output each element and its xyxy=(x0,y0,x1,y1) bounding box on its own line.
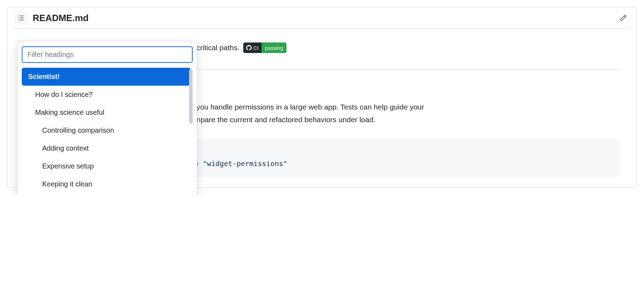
badge-left: CI xyxy=(243,42,262,53)
readme-container: README.md Scientist!How do I science?Mak… xyxy=(7,7,637,188)
toc-item[interactable]: Ignoring mismatches xyxy=(22,193,191,195)
para-line-1: you handle permissions in a large web ap… xyxy=(197,101,620,113)
toc-item[interactable]: Expensive setup xyxy=(22,157,191,175)
toc-toggle-button[interactable] xyxy=(14,11,28,25)
toc-item[interactable]: Controlling comparison xyxy=(22,121,191,139)
toc-item[interactable]: How do I science? xyxy=(22,86,191,104)
toc-item[interactable]: Scientist! xyxy=(22,68,191,86)
toc-dropdown: Scientist!How do I science?Making scienc… xyxy=(17,41,197,195)
intro-text-fragment: critical paths. xyxy=(197,42,240,54)
filter-headings-input[interactable] xyxy=(22,46,193,63)
toc-item[interactable]: Keeping it clean xyxy=(22,175,191,193)
ci-badge[interactable]: CI passing xyxy=(243,42,287,53)
header-left-group: README.md xyxy=(14,11,89,25)
badge-right: passing xyxy=(262,42,287,53)
toc-scrollbar-thumb[interactable] xyxy=(189,69,193,124)
readme-header: README.md xyxy=(7,7,637,28)
badge-right-label: passing xyxy=(265,44,283,52)
list-icon xyxy=(17,14,25,22)
toc-item[interactable]: Adding context xyxy=(22,139,191,157)
badge-left-label: CI xyxy=(253,44,259,52)
pencil-icon xyxy=(620,14,627,21)
section-paragraph: you handle permissions in a large web ap… xyxy=(197,101,620,126)
file-name: README.md xyxy=(33,13,89,24)
code-string: "widget-permissions" xyxy=(203,159,288,168)
toc-item[interactable]: Making science useful xyxy=(22,104,191,121)
toc-list: Scientist!How do I science?Making scienc… xyxy=(22,68,193,195)
intro-line: critical paths. CI passing xyxy=(197,42,620,54)
github-icon xyxy=(246,45,252,51)
edit-button[interactable] xyxy=(616,11,630,25)
para-line-2: npare the current and refactored behavio… xyxy=(197,114,620,126)
